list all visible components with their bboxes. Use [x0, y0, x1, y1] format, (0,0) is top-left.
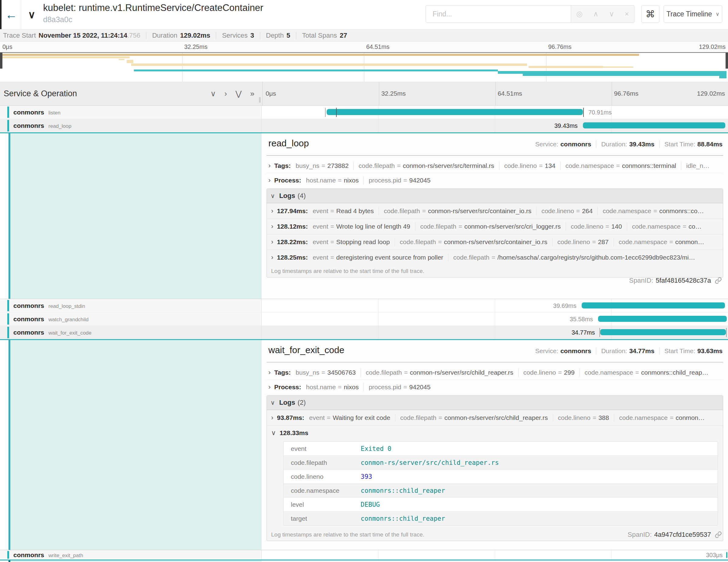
trace-id: d8a3a0c [43, 15, 72, 24]
span-row-read-loop[interactable]: conmonrsread_loop 39.43ms [0, 119, 728, 133]
log-marker [325, 108, 326, 117]
page-title: kubelet: runtime.v1.RuntimeService/Creat… [43, 2, 263, 13]
divider [659, 141, 660, 148]
depth-label: Depth [266, 32, 284, 39]
span-row-read-loop-stdin[interactable]: conmonrsread_loop_stdin 39.69ms [0, 299, 728, 312]
span-timeline-cell[interactable]: 39.43ms [262, 119, 728, 132]
operation-name: wait_for_exit_code [49, 330, 92, 336]
minimap-span-bar [529, 66, 603, 68]
span-title: wait_for_exit_code [268, 345, 344, 355]
span-name-cell[interactable]: conmonrsread_loop [0, 119, 262, 132]
tags-row[interactable]: › Tags: busy_ns=34506763 code.filepath=c… [267, 366, 723, 380]
span-row-watch-grandchild[interactable]: conmonrswatch_grandchild 35.58ms [0, 312, 728, 326]
minimap-span-bar [134, 70, 498, 71]
chevron-right-icon: › [271, 254, 273, 261]
tree-controls: ∨ › ⋁ » [210, 89, 254, 98]
prev-match-icon[interactable]: ∧ [593, 10, 599, 18]
chevron-right-icon: › [271, 238, 273, 246]
detail-indent-area [10, 340, 262, 550]
operation-name: watch_grandchild [49, 317, 89, 322]
tags-row[interactable]: › Tags: busy_ns=273882 code.filepath=con… [267, 159, 723, 173]
log-entry[interactable]: › 93.87ms: event=Waiting for exit code c… [267, 410, 723, 425]
span-rows: conmonrslisten 70.91ms conmonrsread_loop [0, 106, 728, 562]
command-icon: ⌘ [646, 9, 655, 20]
service-name: conmonrsread_loop_stdin [13, 302, 85, 309]
services-label: Services [222, 32, 247, 39]
log-entry[interactable]: › 128.12ms: event=Wrote log line of leng… [267, 219, 723, 234]
process-label: Process: [274, 383, 301, 391]
collapse-trace-header-icon[interactable]: ∨ [28, 9, 36, 21]
span-duration-label: 39.69ms [553, 302, 580, 309]
process-row[interactable]: › Process: host.name=nixos process.pid=9… [267, 380, 723, 394]
duration-value: 34.77ms [629, 347, 655, 355]
span-name-cell[interactable]: conmonrswatch_grandchild [0, 312, 262, 325]
locate-icon[interactable]: ◎ [576, 10, 583, 18]
span-timeline-cell[interactable]: 39.69ms [262, 299, 728, 312]
log-entry[interactable]: › 128.22ms: event=Stopping read loop cod… [267, 234, 723, 250]
divider [596, 141, 596, 148]
next-match-icon[interactable]: ∨ [609, 10, 614, 18]
back-button[interactable]: ← [2, 0, 21, 29]
span-row-write-exit-path[interactable]: conmonrswrite_exit_path 303μs [0, 550, 728, 560]
column-resize-handle[interactable]: ∥ [258, 96, 261, 103]
logs-header[interactable]: ∨ Logs (4) [267, 189, 723, 203]
view-selector-dropdown[interactable]: Trace Timeline ∨ [664, 5, 722, 23]
chevron-right-icon: › [271, 223, 273, 230]
copy-link-icon[interactable] [715, 277, 722, 284]
chevron-right-icon: › [268, 176, 270, 184]
log-timestamp: 128.22ms: [277, 238, 308, 246]
span-name-cell[interactable]: conmonrsread_loop_stdin [0, 299, 262, 312]
span-bar[interactable] [726, 552, 728, 558]
log-entry-expanded[interactable]: ∨ 128.33ms [267, 425, 723, 440]
services-value: 3 [250, 32, 254, 39]
chevron-down-icon: ∨ [716, 11, 719, 17]
trace-summary-bar: Trace Start November 15 2022, 11:24:14 .… [0, 29, 728, 42]
span-bar[interactable] [598, 316, 727, 322]
span-name-cell[interactable]: conmonrswait_for_exit_code [0, 326, 262, 339]
divider [146, 32, 146, 39]
find-input[interactable]: Find... [426, 5, 571, 23]
span-row-listen[interactable]: conmonrslisten 70.91ms [0, 106, 728, 119]
minimap-span-bar [719, 76, 726, 78]
clear-find-icon[interactable]: × [625, 10, 629, 18]
expand-one-icon[interactable]: › [224, 89, 227, 98]
timeline-minimap[interactable] [0, 52, 728, 82]
chevron-down-icon: ∨ [270, 192, 275, 199]
log-timestamp: 128.25ms: [277, 254, 308, 261]
logs-header[interactable]: ∨ Logs (2) [267, 396, 723, 410]
log-entry[interactable]: › 127.94ms: event=Read 4 bytes code.file… [267, 203, 723, 219]
span-name-cell[interactable]: conmonrswrite_exit_path [0, 550, 262, 560]
copy-link-icon[interactable] [715, 531, 722, 538]
ruler-tick: 0μs [2, 43, 12, 50]
span-row-wait-for-exit-code[interactable]: conmonrswait_for_exit_code 34.77ms [0, 326, 728, 340]
ruler-tick: 96.76ms [548, 43, 572, 50]
minimap-viewport-handle-right[interactable] [726, 53, 728, 69]
service-name: conmonrswait_for_exit_code [13, 329, 91, 336]
span-timeline-cell[interactable]: 70.91ms [262, 106, 728, 119]
process-row[interactable]: › Process: host.name=nixos process.pid=9… [267, 173, 723, 187]
log-timestamp: 128.12ms: [277, 223, 308, 230]
minimap-viewport-handle-left[interactable] [0, 53, 2, 69]
span-duration-label: 39.43ms [554, 122, 581, 129]
span-name-cell[interactable]: conmonrslisten [0, 106, 262, 119]
span-duration-label: 303μs [706, 551, 726, 558]
span-bar[interactable] [600, 329, 726, 335]
log-entry[interactable]: › 128.25ms: event=deregistering event so… [267, 250, 723, 265]
table-row: eventExited 0 [284, 442, 718, 455]
span-id-label: SpanID: [628, 531, 652, 539]
span-timeline-cell[interactable]: 35.58ms [262, 312, 728, 325]
minimap-span-bar [127, 60, 133, 63]
find-placeholder: Find... [433, 10, 452, 18]
span-timeline-cell[interactable]: 34.77ms [262, 326, 728, 339]
expand-all-icon[interactable]: » [250, 89, 254, 98]
span-id-value: 4a947cfd1ce59537 [654, 531, 711, 539]
collapse-all-icon[interactable]: ⋁ [236, 89, 242, 98]
span-timeline-cell[interactable]: 303μs [262, 550, 728, 560]
span-bar[interactable] [582, 302, 725, 308]
collapse-one-icon[interactable]: ∨ [210, 89, 216, 98]
keyboard-shortcuts-button[interactable]: ⌘ [641, 5, 659, 23]
trace-start-value: November 15 2022, 11:24:14 [39, 32, 127, 39]
span-bar[interactable] [327, 109, 583, 115]
minimap-span-bar [2, 54, 639, 56]
span-bar[interactable] [583, 122, 725, 128]
